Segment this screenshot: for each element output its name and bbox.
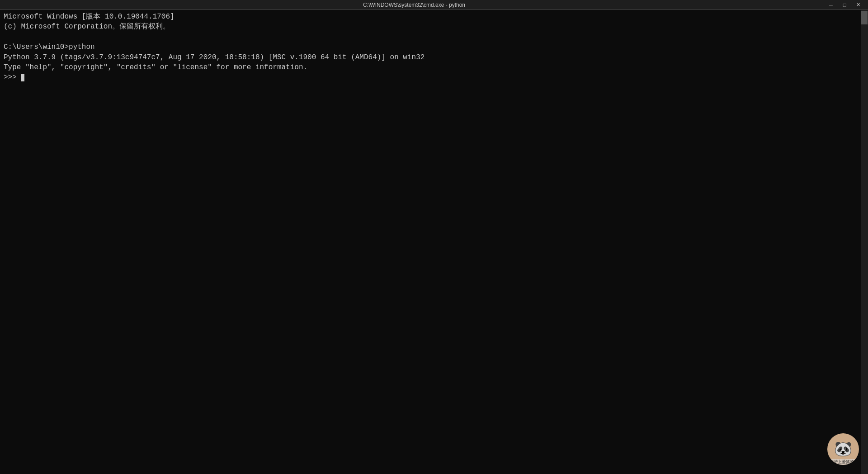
scrollbar[interactable] (861, 10, 868, 474)
terminal-line-4: C:\Users\win10>python (4, 42, 864, 52)
minimize-button[interactable]: ─ (825, 0, 837, 9)
window-controls: ─ □ ✕ (825, 0, 864, 9)
terminal-line-6: Type "help", "copyright", "credits" or "… (4, 62, 864, 72)
window-title: C:\WINDOWS\system32\cmd.exe - python (4, 2, 825, 8)
terminal-line-5: Python 3.7.9 (tags/v3.7.9:13c94747c7, Au… (4, 52, 864, 62)
cursor (21, 74, 24, 81)
terminal-window[interactable]: Microsoft Windows [版本 10.0.19044.1706] (… (0, 10, 868, 474)
scrollbar-thumb[interactable] (861, 11, 868, 24)
terminal-line-2: (c) Microsoft Corporation。保留所有权利。 (4, 22, 864, 32)
title-bar: C:\WINDOWS\system32\cmd.exe - python ─ □… (0, 0, 868, 10)
terminal-prompt-line: >>> (4, 72, 864, 82)
terminal-line-3 (4, 32, 864, 42)
maximize-button[interactable]: □ (838, 0, 851, 9)
terminal-line-1: Microsoft Windows [版本 10.0.19044.1706] (4, 12, 864, 22)
close-button[interactable]: ✕ (852, 0, 864, 9)
